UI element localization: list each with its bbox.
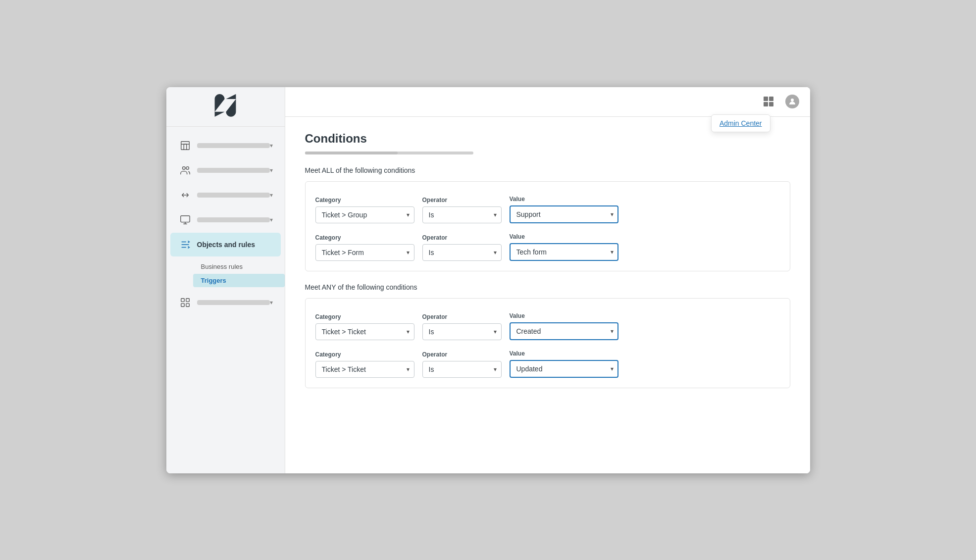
nav-placeholder-people bbox=[197, 168, 270, 173]
all-2-category-field: Category Ticket > Form ▾ bbox=[315, 234, 414, 261]
avatar-icon bbox=[785, 95, 799, 108]
svg-rect-0 bbox=[181, 141, 189, 150]
workspace-icon bbox=[178, 213, 192, 227]
any-2-category-wrapper: Ticket > Ticket ▾ bbox=[315, 361, 414, 378]
grid-cell-2 bbox=[769, 97, 773, 101]
all-1-operator-label: Operator bbox=[422, 197, 502, 204]
all-2-category-wrapper: Ticket > Form ▾ bbox=[315, 244, 414, 261]
content-area: Conditions Meet ALL of the following con… bbox=[285, 117, 810, 473]
nav-placeholder-channels bbox=[197, 193, 270, 198]
sidebar-item-label-objects: Objects and rules bbox=[197, 241, 255, 249]
grid-cell-3 bbox=[764, 102, 768, 106]
any-2-operator-wrapper: Is ▾ bbox=[422, 361, 502, 378]
all-2-operator-wrapper: Is ▾ bbox=[422, 244, 502, 261]
grid-cell-4 bbox=[769, 102, 773, 106]
all-2-value-select[interactable]: Tech form bbox=[510, 243, 618, 261]
all-2-operator-field: Operator Is ▾ bbox=[422, 234, 502, 261]
channels-icon bbox=[178, 188, 192, 202]
any-1-category-label: Category bbox=[315, 313, 414, 320]
sidebar-item-workspace[interactable]: ▾ bbox=[170, 208, 281, 232]
sub-nav-business-rules[interactable]: Business rules bbox=[193, 260, 285, 273]
all-2-value-wrapper: Tech form ▾ bbox=[510, 243, 618, 261]
all-2-category-label: Category bbox=[315, 234, 414, 241]
admin-center-link[interactable]: Admin Center bbox=[719, 119, 762, 127]
sidebar-item-apps[interactable]: ▾ bbox=[170, 291, 281, 314]
all-1-value-wrapper: Support ▾ bbox=[510, 205, 618, 223]
any-2-category-select[interactable]: Ticket > Ticket bbox=[315, 361, 414, 378]
any-2-operator-field: Operator Is ▾ bbox=[422, 351, 502, 378]
all-1-operator-select[interactable]: Is bbox=[422, 206, 502, 223]
sidebar-item-channels[interactable]: ▾ bbox=[170, 183, 281, 207]
any-2-value-select[interactable]: Updated bbox=[510, 360, 618, 378]
any-2-operator-select[interactable]: Is bbox=[422, 361, 502, 378]
grid-apps-button[interactable] bbox=[761, 94, 776, 109]
svg-rect-5 bbox=[186, 298, 189, 301]
all-2-value-field: Value Tech form ▾ bbox=[510, 233, 618, 261]
progress-fill bbox=[305, 152, 398, 154]
svg-rect-3 bbox=[180, 215, 189, 222]
all-1-value-select[interactable]: Support bbox=[510, 205, 618, 223]
any-condition-row-2: Category Ticket > Ticket ▾ Operator bbox=[315, 350, 780, 378]
sidebar-logo bbox=[166, 87, 285, 127]
any-1-operator-label: Operator bbox=[422, 313, 502, 320]
nav-placeholder-home bbox=[197, 143, 270, 148]
any-1-value-label: Value bbox=[510, 312, 618, 319]
app-frame: ▾ ▾ bbox=[166, 87, 810, 473]
all-1-value-field: Value Support ▾ bbox=[510, 196, 618, 223]
all-1-category-select[interactable]: Ticket > Group bbox=[315, 206, 414, 223]
sub-nav: Business rules Triggers bbox=[166, 257, 285, 290]
all-1-value-label: Value bbox=[510, 196, 618, 203]
any-condition-row-1: Category Ticket > Ticket ▾ Operator bbox=[315, 312, 780, 340]
nav-placeholder-workspace bbox=[197, 217, 270, 222]
progress-bar bbox=[305, 152, 473, 154]
sidebar-item-people[interactable]: ▾ bbox=[170, 158, 281, 182]
any-2-operator-label: Operator bbox=[422, 351, 502, 358]
any-1-operator-select[interactable]: Is bbox=[422, 323, 502, 340]
all-2-category-select[interactable]: Ticket > Form bbox=[315, 244, 414, 261]
any-1-value-wrapper: Created ▾ bbox=[510, 322, 618, 340]
all-1-operator-wrapper: Is ▾ bbox=[422, 206, 502, 223]
all-1-operator-field: Operator Is ▾ bbox=[422, 197, 502, 223]
chevron-down-icon: ▾ bbox=[270, 192, 273, 199]
any-conditions-label: Meet ANY of the following conditions bbox=[305, 283, 790, 291]
chevron-down-icon: ▾ bbox=[270, 299, 273, 306]
sidebar-item-home[interactable]: ▾ bbox=[170, 134, 281, 157]
all-condition-row-1: Category Ticket > Group ▾ Operator I bbox=[315, 196, 780, 223]
svg-point-2 bbox=[186, 166, 189, 169]
any-2-value-field: Value Updated ▾ bbox=[510, 350, 618, 378]
chevron-down-icon: ▾ bbox=[270, 216, 273, 223]
any-1-operator-field: Operator Is ▾ bbox=[422, 313, 502, 340]
any-2-value-wrapper: Updated ▾ bbox=[510, 360, 618, 378]
svg-rect-6 bbox=[181, 303, 184, 306]
sidebar-item-objects-and-rules[interactable]: Objects and rules bbox=[170, 233, 281, 256]
chevron-down-icon: ▾ bbox=[270, 142, 273, 149]
user-avatar-button[interactable] bbox=[784, 94, 800, 109]
nav-placeholder-apps bbox=[197, 300, 270, 305]
all-2-operator-select[interactable]: Is bbox=[422, 244, 502, 261]
all-1-category-wrapper: Ticket > Group ▾ bbox=[315, 206, 414, 223]
sub-nav-triggers[interactable]: Triggers bbox=[193, 274, 285, 287]
top-bar: Admin Center bbox=[285, 87, 810, 117]
all-2-value-label: Value bbox=[510, 233, 618, 240]
all-1-category-label: Category bbox=[315, 197, 414, 204]
any-2-category-field: Category Ticket > Ticket ▾ bbox=[315, 351, 414, 378]
main-content: Admin Center Conditions Meet ALL of the … bbox=[285, 87, 810, 473]
all-conditions-label: Meet ALL of the following conditions bbox=[305, 166, 790, 174]
any-1-category-wrapper: Ticket > Ticket ▾ bbox=[315, 323, 414, 340]
any-1-value-select[interactable]: Created bbox=[510, 322, 618, 340]
apps-icon bbox=[178, 296, 192, 309]
progress-bar-container bbox=[305, 152, 790, 154]
all-2-operator-label: Operator bbox=[422, 234, 502, 241]
all-1-category-field: Category Ticket > Group ▾ bbox=[315, 197, 414, 223]
building-icon bbox=[178, 139, 192, 153]
all-condition-row-2: Category Ticket > Form ▾ Operator Is bbox=[315, 233, 780, 261]
all-conditions-group: Category Ticket > Group ▾ Operator I bbox=[305, 181, 790, 271]
people-icon bbox=[178, 163, 192, 177]
sidebar: ▾ ▾ bbox=[166, 87, 285, 473]
any-2-category-label: Category bbox=[315, 351, 414, 358]
svg-rect-7 bbox=[186, 303, 189, 306]
svg-point-8 bbox=[791, 99, 794, 102]
grid-cell-1 bbox=[764, 97, 768, 101]
chevron-down-icon: ▾ bbox=[270, 167, 273, 174]
any-1-category-select[interactable]: Ticket > Ticket bbox=[315, 323, 414, 340]
